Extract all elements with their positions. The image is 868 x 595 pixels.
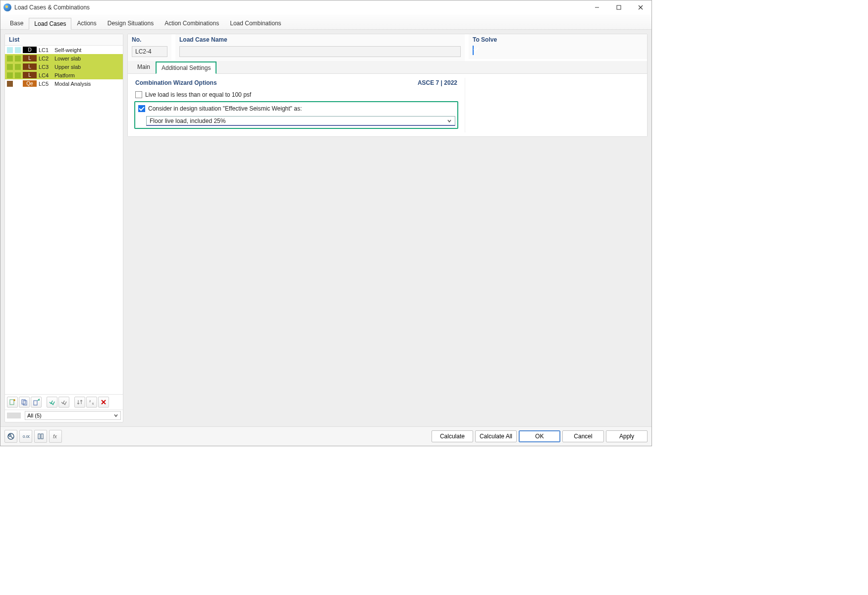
chevron-down-icon (113, 413, 118, 418)
svg-rect-1 (617, 5, 621, 9)
list-toolbar: 26 (5, 394, 123, 410)
top-tab-design-situations[interactable]: Design Situations (102, 17, 159, 29)
window-close-button[interactable] (630, 0, 651, 14)
effective-seismic-weight-group: Consider in design situation "Effective … (134, 101, 458, 129)
load-case-id: LC3 (39, 64, 53, 70)
top-tab-actions[interactable]: Actions (71, 17, 102, 29)
color-swatch (15, 47, 21, 53)
load-case-name-label: Load Case Name (175, 34, 465, 43)
svg-rect-9 (34, 401, 37, 405)
load-case-id: LC1 (39, 47, 53, 53)
svg-rect-4 (10, 400, 14, 405)
no-field[interactable] (132, 46, 167, 57)
settings-button[interactable] (34, 430, 47, 443)
sort-button[interactable] (74, 397, 85, 408)
top-tabs: BaseLoad CasesActionsDesign SituationsAc… (0, 14, 651, 30)
wizard-standard: ASCE 7 | 2022 (418, 79, 457, 86)
effective-seismic-weight-select[interactable]: Floor live load, included 25% (146, 116, 455, 126)
window-minimize-button[interactable] (586, 0, 608, 14)
color-swatch (7, 64, 13, 70)
cancel-button[interactable]: Cancel (562, 430, 604, 442)
no-label: No. (128, 34, 171, 43)
new-item-button[interactable] (7, 397, 18, 408)
load-case-id: LC4 (39, 72, 53, 78)
app-icon (3, 3, 11, 11)
list-item[interactable]: DLC1Self-weight (5, 46, 123, 54)
load-case-name: Self-weight (54, 47, 81, 53)
color-swatch (15, 56, 21, 61)
color-swatch (7, 56, 13, 61)
category-badge: D (23, 47, 37, 53)
list-item[interactable]: LLC4Platform (5, 71, 123, 79)
units-button[interactable]: 0.00 (19, 430, 32, 443)
deselect-all-button[interactable] (58, 397, 69, 408)
top-tab-load-combinations[interactable]: Load Combinations (224, 17, 286, 29)
titlebar: Load Cases & Combinations (0, 0, 651, 14)
load-case-id: LC5 (39, 81, 53, 87)
svg-line-16 (11, 436, 13, 438)
live-load-100psf-label: Live load is less than or equal to 100 p… (145, 91, 251, 98)
calculate-button[interactable]: Calculate (432, 430, 473, 442)
to-solve-checkbox[interactable] (473, 46, 474, 55)
category-badge: L (23, 55, 37, 61)
live-load-100psf-checkbox[interactable] (135, 91, 142, 98)
copy-item-button[interactable] (19, 397, 30, 408)
list-header: List (5, 34, 123, 46)
color-swatch (7, 81, 13, 87)
tab-main[interactable]: Main (132, 61, 156, 73)
svg-text:6: 6 (92, 402, 94, 405)
wizard-header: Combination Wizard Options (135, 79, 217, 86)
list-filter-select[interactable]: All (5) (25, 411, 121, 420)
category-badge: Qe (23, 80, 37, 87)
list-item[interactable]: LLC3Upper slab (5, 62, 123, 71)
window-maximize-button[interactable] (608, 0, 630, 14)
combination-wizard-options: Combination Wizard Options ASCE 7 | 2022… (132, 78, 461, 132)
load-case-name: Platform (54, 72, 75, 78)
effective-seismic-weight-value: Floor live load, included 25% (150, 118, 225, 124)
apply-button[interactable]: Apply (606, 430, 648, 442)
svg-text:2: 2 (89, 400, 91, 403)
category-badge: L (23, 63, 37, 70)
load-case-name: Lower slab (54, 56, 81, 61)
list-panel: List DLC1Self-weightLLC2Lower slabLLC3Up… (4, 34, 123, 422)
delete-item-button[interactable] (98, 397, 109, 408)
top-tab-base[interactable]: Base (4, 17, 29, 29)
dialog-footer: 0.00 fx Calculate Calculate All OK Cance… (0, 426, 651, 446)
help-button[interactable] (4, 430, 17, 443)
effective-seismic-weight-label: Consider in design situation "Effective … (148, 105, 302, 112)
numbering-button[interactable]: 26 (86, 397, 97, 408)
load-case-list[interactable]: DLC1Self-weightLLC2Lower slabLLC3Upper s… (5, 46, 123, 394)
list-filter-label: All (5) (27, 413, 42, 418)
category-badge: L (23, 72, 37, 78)
formula-button[interactable]: fx (49, 430, 62, 443)
color-swatch (7, 72, 13, 78)
svg-text:fx: fx (53, 434, 57, 439)
chevron-down-icon (447, 119, 452, 123)
detail-right-column (465, 78, 643, 132)
list-filter-row: All (5) (5, 410, 123, 422)
svg-rect-18 (38, 434, 40, 439)
window-title: Load Cases & Combinations (14, 4, 90, 11)
filter-swatch (7, 413, 21, 418)
renumber-button[interactable] (31, 397, 42, 408)
load-case-id: LC2 (39, 56, 53, 61)
ok-button[interactable]: OK (519, 430, 560, 442)
detail-tabs: Main Additional Settings (128, 61, 647, 74)
load-case-name: Upper slab (54, 64, 81, 70)
to-solve-label: To Solve (469, 34, 647, 43)
select-all-button[interactable] (47, 397, 57, 408)
load-case-name-field[interactable] (179, 46, 461, 57)
color-swatch (7, 47, 13, 53)
effective-seismic-weight-checkbox[interactable] (138, 105, 145, 112)
calculate-all-button[interactable]: Calculate All (475, 430, 517, 442)
list-item[interactable]: LLC2Lower slab (5, 54, 123, 62)
svg-rect-19 (41, 434, 43, 439)
svg-point-15 (9, 434, 11, 436)
top-tab-action-combinations[interactable]: Action Combinations (159, 17, 224, 29)
color-swatch (15, 72, 21, 78)
list-item[interactable]: QeLC5Modal Analysis (5, 79, 123, 88)
tab-additional-settings[interactable]: Additional Settings (156, 61, 217, 74)
color-swatch (15, 81, 21, 87)
top-tab-load-cases[interactable]: Load Cases (29, 18, 71, 30)
load-case-name: Modal Analysis (54, 81, 91, 87)
